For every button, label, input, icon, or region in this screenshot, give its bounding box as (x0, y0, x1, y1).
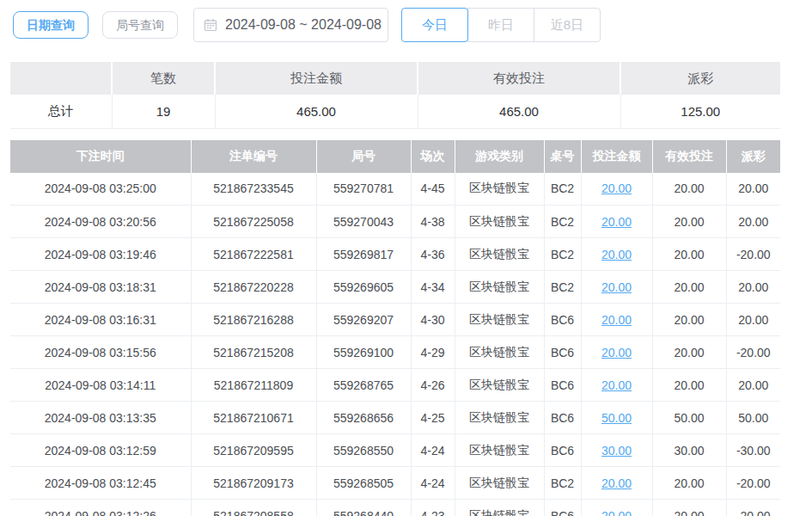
cell: 30.00 (581, 434, 652, 467)
cell: BC6 (544, 434, 581, 467)
bet-amount-link[interactable]: 30.00 (601, 444, 632, 458)
table-row: 2024-09-08 03:16:31521867216288559269207… (10, 304, 780, 336)
cell: 2024-09-08 03:19:46 (10, 238, 191, 271)
cell: 521867225058 (191, 206, 316, 238)
table-row: 2024-09-08 03:15:56521867215208559269100… (10, 336, 780, 369)
summary-column-header: 派彩 (620, 62, 780, 95)
cell: 521867209173 (191, 467, 316, 500)
cell: BC2 (544, 467, 581, 500)
cell: 20.00 (726, 369, 780, 402)
search-button[interactable]: 查询 (612, 9, 676, 42)
cell: 2024-09-08 03:18:31 (10, 271, 191, 304)
cell: 区块链骰宝 (455, 304, 544, 336)
toolbar: 日期查询 局号查询 2024-09-08 ~ 2024-09-08 今日昨日近8… (13, 7, 812, 43)
bet-amount-link[interactable]: 20.00 (601, 476, 632, 490)
cell: 20.00 (652, 271, 726, 304)
summary-value: 125.00 (620, 95, 780, 128)
cell: 521867222581 (191, 238, 316, 271)
date-range-picker[interactable]: 2024-09-08 ~ 2024-09-08 (193, 8, 388, 42)
cell: 区块链骰宝 (455, 467, 544, 500)
cell: 区块链骰宝 (455, 500, 544, 516)
cell: 20.00 (581, 500, 652, 516)
cell: 4-24 (411, 434, 455, 467)
cell: 4-26 (411, 369, 455, 402)
quick-range-yesterday-button[interactable]: 昨日 (467, 8, 534, 42)
bet-amount-link[interactable]: 20.00 (601, 313, 632, 327)
calendar-icon (204, 18, 217, 32)
cell: 521867216288 (191, 304, 316, 336)
bet-records-table: 下注时间注单编号局号场次游戏类别桌号投注金额有效投注派彩 2024-09-08 … (10, 140, 780, 516)
summary-header-row: 笔数投注金额有效投注派彩 (10, 62, 780, 95)
bet-amount-link[interactable]: 20.00 (601, 280, 632, 294)
cell: 521867215208 (191, 336, 316, 369)
cell: 20.00 (581, 336, 652, 369)
cell: BC6 (544, 402, 581, 434)
cell: 2024-09-08 03:20:56 (10, 206, 191, 238)
cell: BC6 (544, 369, 581, 402)
cell: -30.00 (726, 434, 780, 467)
main-header-row: 下注时间注单编号局号场次游戏类别桌号投注金额有效投注派彩 (10, 140, 780, 173)
main-table-body: 2024-09-08 03:25:00521867233545559270781… (10, 173, 780, 516)
table-row: 2024-09-08 03:12:59521867209595559268550… (10, 434, 780, 467)
summary-value: 465.00 (215, 95, 418, 128)
column-header: 投注金额 (581, 140, 652, 173)
bet-amount-link[interactable]: 20.00 (601, 248, 632, 261)
cell: 559268550 (316, 434, 411, 467)
cell: 区块链骰宝 (455, 173, 544, 206)
cell: 4-24 (411, 467, 455, 500)
bet-amount-link[interactable]: 50.00 (601, 411, 632, 425)
round-query-tab-button[interactable]: 局号查询 (102, 11, 178, 39)
cell: 4-36 (411, 238, 455, 271)
table-row: 2024-09-08 03:19:46521867222581559269817… (10, 238, 780, 271)
cell: 区块链骰宝 (455, 369, 544, 402)
cell: 521867220228 (191, 271, 316, 304)
cell: 2024-09-08 03:14:11 (10, 369, 191, 402)
date-query-tab-button[interactable]: 日期查询 (13, 11, 89, 39)
cell: 559270043 (316, 206, 411, 238)
cell: 20.00 (652, 500, 726, 516)
cell: 30.00 (652, 434, 726, 467)
bet-amount-link[interactable]: 20.00 (601, 346, 632, 359)
cell: 区块链骰宝 (455, 238, 544, 271)
cell: BC6 (544, 500, 581, 516)
cell: 区块链骰宝 (455, 336, 544, 369)
column-header: 下注时间 (10, 140, 191, 173)
cell: 20.00 (726, 304, 780, 336)
cell: 20.00 (652, 173, 726, 206)
summary-column-header: 投注金额 (215, 62, 418, 95)
quick-range-today-button[interactable]: 今日 (401, 8, 468, 42)
summary-data-row: 总计19465.00465.00125.00 (10, 95, 780, 128)
quick-range-last8days-button[interactable]: 近8日 (534, 8, 601, 42)
cell: BC6 (544, 304, 581, 336)
summary-value: 465.00 (418, 95, 620, 128)
cell: BC6 (544, 336, 581, 369)
cell: 4-30 (411, 304, 455, 336)
cell: 50.00 (581, 402, 652, 434)
column-header: 注单编号 (191, 140, 316, 173)
bet-amount-link[interactable]: 20.00 (601, 378, 632, 392)
cell: 559269207 (316, 304, 411, 336)
bet-amount-link[interactable]: 20.00 (601, 215, 632, 229)
cell: 20.00 (581, 206, 652, 238)
bet-amount-link[interactable]: 20.00 (601, 509, 632, 516)
cell: -20.00 (726, 336, 780, 369)
cell: 区块链骰宝 (455, 206, 544, 238)
bet-amount-link[interactable]: 20.00 (601, 181, 632, 195)
cell: 20.00 (652, 467, 726, 500)
cell: BC2 (544, 271, 581, 304)
cell: 2024-09-08 03:16:31 (10, 304, 191, 336)
cell: BC2 (544, 173, 581, 206)
column-header: 游戏类别 (455, 140, 544, 173)
cell: 区块链骰宝 (455, 271, 544, 304)
table-row: 2024-09-08 03:12:26521867208558559268440… (10, 500, 780, 516)
cell: -20.00 (726, 467, 780, 500)
cell: BC2 (544, 206, 581, 238)
date-range-value: 2024-09-08 ~ 2024-09-08 (225, 17, 382, 33)
summary-column-header: 笔数 (112, 62, 215, 95)
cell: 区块链骰宝 (455, 434, 544, 467)
column-header: 有效投注 (652, 140, 726, 173)
summary-row-label: 总计 (10, 95, 112, 128)
cell: 2024-09-08 03:12:26 (10, 500, 191, 516)
summary-column-header (10, 62, 112, 95)
cell: 50.00 (652, 402, 726, 434)
